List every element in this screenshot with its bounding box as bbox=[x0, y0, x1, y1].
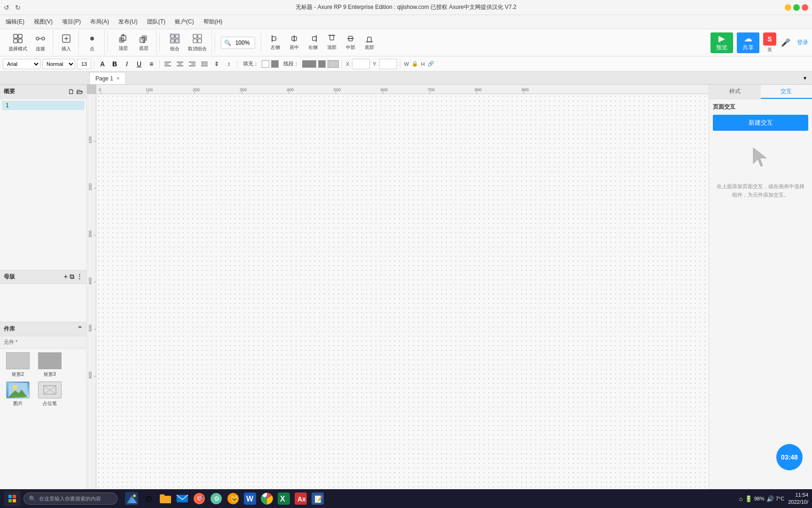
align-right-button[interactable]: 右侧 bbox=[304, 33, 321, 52]
align-left-button[interactable]: 左侧 bbox=[267, 33, 284, 52]
select-mode-button[interactable]: 选择模式 bbox=[7, 32, 29, 53]
taskbar-app-mail[interactable] bbox=[175, 491, 190, 506]
insert-icon bbox=[61, 33, 71, 45]
insert-button[interactable]: 插入 bbox=[57, 32, 76, 53]
line-color2-swatch[interactable] bbox=[318, 60, 326, 68]
text-align-justify-button[interactable] bbox=[199, 59, 210, 69]
s-logo[interactable]: S bbox=[763, 32, 776, 46]
svg-text:900: 900 bbox=[522, 87, 529, 92]
new-page-icon[interactable]: 🗋 bbox=[68, 88, 74, 95]
canvas-area[interactable]: 0 100 200 300 400 500 600 700 800 900 bbox=[87, 85, 709, 489]
tab-close-icon[interactable]: ✕ bbox=[116, 76, 120, 81]
more-master-icon[interactable]: ⋮ bbox=[76, 273, 83, 281]
redo-icon[interactable]: ↻ bbox=[15, 4, 21, 11]
library-expand-icon[interactable]: ⌃ bbox=[77, 325, 83, 333]
taskbar-app-axure[interactable]: Ax bbox=[293, 491, 308, 506]
new-folder-icon[interactable]: 🗁 bbox=[76, 88, 83, 95]
menu-team[interactable]: 团队(T) bbox=[143, 17, 169, 27]
list-button[interactable]: ≡ bbox=[146, 59, 156, 69]
tab-page1[interactable]: Page 1 ✕ bbox=[89, 72, 126, 84]
align-middle-button[interactable]: 中部 bbox=[342, 33, 359, 52]
taskbar-app-5[interactable]: 🎯 bbox=[192, 491, 207, 506]
zoom-control[interactable]: 🔍 100% bbox=[221, 37, 255, 49]
y-input[interactable] bbox=[379, 59, 397, 69]
font-family-select[interactable]: Arial bbox=[3, 59, 40, 69]
lock-icon[interactable]: 🔒 bbox=[412, 61, 418, 67]
taskbar-app-7[interactable]: 🐱 bbox=[226, 491, 241, 506]
bottom-layer-button[interactable]: 底层 bbox=[134, 33, 153, 53]
text-align-right-button[interactable] bbox=[187, 59, 197, 69]
point-button[interactable]: 点 bbox=[83, 32, 102, 53]
tab-interaction[interactable]: 交互 bbox=[761, 85, 812, 99]
lib-item-placeholder[interactable]: 占位笔 bbox=[36, 381, 64, 407]
maximize-button[interactable] bbox=[793, 4, 800, 11]
font-style-select[interactable]: Normal bbox=[42, 59, 75, 69]
taskbar-search[interactable]: 🔍 在这里输入你要搜索的内容 bbox=[23, 492, 117, 505]
text-align-left-button[interactable] bbox=[163, 59, 173, 69]
connect-icon bbox=[35, 33, 46, 45]
italic-button[interactable]: I bbox=[122, 59, 132, 69]
add-master-icon[interactable]: + bbox=[64, 273, 68, 281]
lib-item-rect2[interactable]: 矩形2 bbox=[4, 352, 32, 378]
preview-button[interactable]: ▶ 预览 bbox=[710, 32, 733, 53]
start-button[interactable] bbox=[4, 491, 21, 506]
mic-icon[interactable]: 🎤 bbox=[781, 38, 790, 47]
line-color3-swatch[interactable] bbox=[328, 60, 339, 68]
taskbar-app-data[interactable]: X bbox=[276, 491, 291, 506]
taskbar-app-search[interactable]: ⊙ bbox=[141, 491, 156, 506]
x-input[interactable] bbox=[352, 59, 370, 69]
lib-item-rect3[interactable]: 矩形3 bbox=[36, 352, 64, 378]
taskbar-app-folder[interactable] bbox=[158, 491, 173, 506]
menu-help[interactable]: 帮助(H) bbox=[200, 17, 226, 27]
taskbar-app-chrome[interactable] bbox=[259, 491, 274, 506]
taskbar-app-6[interactable]: ⚙ bbox=[209, 491, 224, 506]
login-button[interactable]: 登录 bbox=[797, 39, 808, 47]
text-align-center-button[interactable] bbox=[175, 59, 185, 69]
align-top-button[interactable]: 顶部 bbox=[323, 33, 340, 52]
new-interaction-button[interactable]: 新建交互 bbox=[713, 115, 808, 131]
menu-edit[interactable]: 编辑(E) bbox=[2, 17, 28, 27]
taskbar-clock[interactable]: 11:54 2022/10/ bbox=[788, 492, 808, 506]
fill-color2-swatch[interactable] bbox=[271, 60, 279, 68]
minimize-button[interactable] bbox=[785, 4, 791, 11]
taskbar-app-mountain[interactable] bbox=[124, 491, 139, 506]
top-layer-button[interactable]: 顶层 bbox=[114, 33, 133, 53]
connect-button[interactable]: 连接 bbox=[31, 32, 50, 53]
link-icon[interactable]: 🔗 bbox=[428, 61, 434, 67]
outline-item-page1[interactable]: 1 bbox=[2, 101, 85, 110]
ungroup-button[interactable]: 取消组合 bbox=[186, 32, 209, 53]
font-size-input[interactable] bbox=[77, 59, 91, 69]
menu-view[interactable]: 视图(V) bbox=[30, 17, 56, 27]
zoom-input[interactable]: 100% bbox=[233, 40, 252, 46]
menu-project[interactable]: 项目(P) bbox=[58, 17, 85, 27]
menu-layout[interactable]: 布局(A) bbox=[86, 17, 113, 27]
tabs-dropdown[interactable]: ▾ bbox=[800, 73, 810, 83]
underline-button[interactable]: U bbox=[134, 59, 144, 69]
line-color-swatch[interactable] bbox=[302, 60, 316, 68]
close-button[interactable] bbox=[802, 4, 808, 11]
bold-button[interactable]: B bbox=[109, 59, 120, 69]
undo-icon[interactable]: ↺ bbox=[4, 4, 9, 11]
svg-text:600: 600 bbox=[88, 372, 93, 379]
menu-account[interactable]: 账户(C) bbox=[171, 17, 198, 27]
tab-style[interactable]: 样式 bbox=[709, 85, 761, 99]
duplicate-master-icon[interactable]: ⧉ bbox=[70, 273, 74, 281]
taskbar-app-notepad[interactable]: 📝 bbox=[310, 491, 325, 506]
canvas-content[interactable] bbox=[96, 94, 709, 489]
align-bottom-button[interactable]: 底部 bbox=[361, 33, 378, 52]
volume-icon[interactable]: 🔊 bbox=[766, 495, 774, 502]
taskbar-app-word[interactable]: W bbox=[242, 491, 258, 506]
search-icon: 🔍 bbox=[224, 40, 231, 46]
menu-publish[interactable]: 发布(U) bbox=[115, 17, 141, 27]
fill-color-swatch[interactable] bbox=[262, 60, 269, 68]
share-button[interactable]: ☁ 共享 bbox=[737, 32, 759, 53]
line-spacing-button[interactable]: ⇕ bbox=[211, 59, 222, 69]
group-button[interactable]: 组合 bbox=[165, 32, 184, 53]
font-color-button[interactable]: A bbox=[97, 59, 108, 69]
timer-bubble[interactable]: 03:48 bbox=[776, 444, 803, 470]
battery-icon[interactable]: 🔋 bbox=[745, 495, 752, 502]
lib-item-image[interactable]: 图片 bbox=[4, 381, 32, 407]
align-center-button[interactable]: 居中 bbox=[286, 33, 303, 52]
line-spacing2-button[interactable]: ↕ bbox=[224, 59, 234, 69]
network-icon[interactable]: ⌂ bbox=[739, 495, 743, 502]
